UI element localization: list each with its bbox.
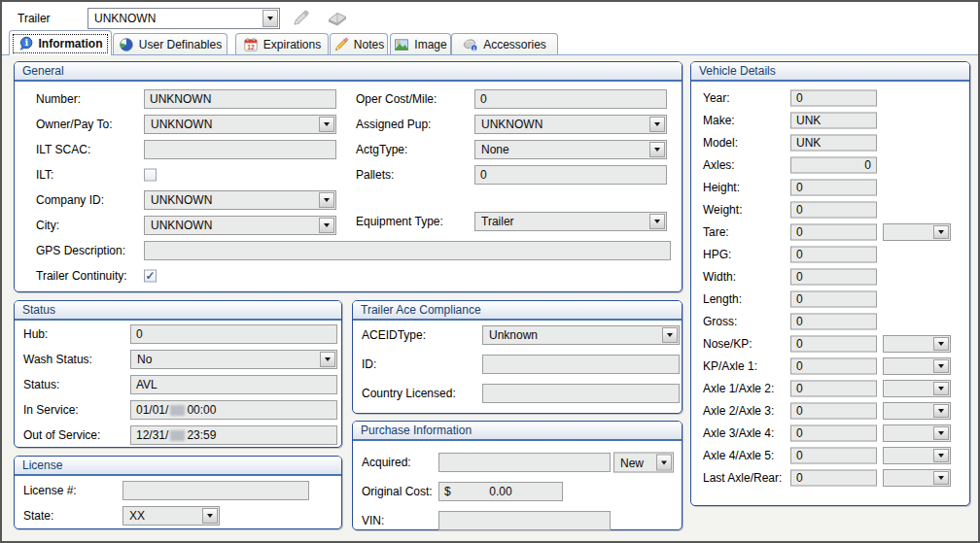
trailer-window: Trailer UNKNOWN iInformationUser Definab… [0, 0, 980, 543]
country-licensed-field[interactable] [482, 384, 680, 403]
tab-accessories[interactable]: iAccessories [451, 33, 558, 54]
equipment-type-combobox[interactable]: Trailer [474, 212, 667, 231]
out-of-service-field[interactable]: 12/31/ 23:59 [130, 425, 337, 445]
equipment-type-dropdown-button[interactable] [649, 214, 665, 229]
original-cost-field[interactable]: $0.00 [438, 482, 563, 501]
nose-kp-unit-dropdown-button[interactable] [933, 337, 949, 351]
length-value: 0 [796, 292, 803, 306]
pallets-field[interactable]: 0 [474, 165, 667, 185]
trailer-combobox[interactable]: UNKNOWN [88, 8, 280, 29]
tab-image[interactable]: Image [390, 33, 451, 54]
axle-3-axle-4-unit-dropdown-button[interactable] [933, 426, 949, 440]
axle-2-axle-3-unit-combobox[interactable] [883, 402, 951, 420]
axle-2-axle-3-unit-dropdown-button[interactable] [933, 404, 949, 418]
actg-type-dropdown-button[interactable] [649, 142, 665, 157]
oper-cost-mile-value: 0 [480, 92, 487, 106]
ace-id-type-row: ACEIDType:Unknown [353, 321, 682, 350]
make-field[interactable]: UNK [790, 112, 877, 128]
in-service-field[interactable]: 01/01/ 00:00 [130, 400, 337, 420]
tab-notes[interactable]: Notes [330, 33, 388, 54]
out-of-service-value: 12/31/ [136, 428, 168, 442]
license-number-field[interactable] [122, 481, 309, 500]
assigned-pup-dropdown-button[interactable] [649, 117, 665, 132]
equipment-type-label: Equipment Type: [356, 215, 443, 228]
axle-1-axle-2-value: 0 [796, 382, 803, 395]
axle-1-axle-2-unit-dropdown-button[interactable] [933, 382, 949, 395]
tare-unit-combobox[interactable] [883, 223, 951, 241]
group-trailer-ace-compliance: Trailer Ace Compliance ACEIDType:Unknown… [352, 300, 682, 414]
axle-2-axle-3-value: 0 [796, 404, 803, 418]
axle-3-axle-4-value: 0 [796, 426, 803, 440]
axle-4-axle-5-value: 0 [796, 449, 803, 462]
state-label: State: [23, 509, 53, 523]
kp-axle-1-field[interactable]: 0 [790, 357, 877, 374]
assigned-pup-combobox[interactable]: UNKNOWN [474, 115, 667, 134]
tab-information[interactable]: iInformation [9, 30, 112, 55]
axles-value: 0 [864, 158, 871, 172]
actg-type-combobox[interactable]: None [474, 140, 667, 159]
state-dropdown-button[interactable] [202, 508, 218, 524]
nose-kp-field[interactable]: 0 [790, 335, 877, 352]
tare-unit-dropdown-button[interactable] [933, 225, 949, 239]
tab-user-definables[interactable]: User Definables [113, 33, 228, 54]
axles-field[interactable]: 0 [790, 156, 877, 173]
oper-cost-mile-row: Oper Cost/Mile:0 [15, 86, 682, 112]
kp-axle-1-unit-dropdown-button[interactable] [933, 359, 949, 373]
status-row: Status:AVL [15, 372, 341, 397]
calendar-icon: 12 [243, 37, 259, 52]
axle-1-axle-2-unit-combobox[interactable] [883, 380, 951, 397]
last-axle-rear-label: Last Axle/Rear: [703, 471, 782, 485]
hub-field[interactable]: 0 [130, 324, 337, 344]
weight-field[interactable]: 0 [790, 201, 877, 218]
height-field[interactable]: 0 [790, 179, 877, 195]
last-axle-rear-unit-combobox[interactable] [883, 469, 951, 487]
nose-kp-unit-combobox[interactable] [883, 335, 951, 353]
wash-status-combobox-value: No [137, 353, 152, 366]
acquired-unit-combobox[interactable]: New [613, 453, 674, 473]
tare-field[interactable]: 0 [790, 223, 877, 240]
acquired-field[interactable] [438, 453, 611, 472]
tab-expirations[interactable]: 12Expirations [235, 33, 329, 54]
weight-row: Weight:0 [691, 198, 969, 221]
ace-id-field[interactable] [482, 355, 680, 374]
axle-1-axle-2-field[interactable]: 0 [790, 380, 877, 396]
trailer-dropdown-button[interactable] [262, 10, 278, 27]
axle-4-axle-5-unit-dropdown-button[interactable] [933, 449, 949, 462]
ace-id-label: ID: [362, 357, 376, 371]
notebook-icon[interactable] [325, 9, 350, 28]
width-value: 0 [796, 270, 803, 284]
oper-cost-mile-field[interactable]: 0 [474, 89, 667, 109]
ace-id-type-combobox[interactable]: Unknown [482, 325, 680, 345]
axle-3-axle-4-field[interactable]: 0 [790, 424, 877, 441]
axle-4-axle-5-unit-combobox[interactable] [883, 447, 951, 464]
length-label: Length: [703, 292, 742, 306]
nose-kp-label: Nose/KP: [703, 337, 752, 351]
axle-4-axle-5-field[interactable]: 0 [790, 447, 877, 463]
last-axle-rear-unit-dropdown-button[interactable] [933, 471, 949, 485]
tab-label: User Definables [139, 38, 222, 51]
year-row: Year:0 [691, 86, 969, 109]
last-axle-rear-field[interactable]: 0 [790, 469, 877, 486]
state-combobox[interactable]: XX [122, 506, 220, 526]
wash-status-combobox[interactable]: No [130, 350, 337, 369]
wash-status-dropdown-button[interactable] [320, 352, 335, 367]
group-purchase-information: Purchase Information Acquired:NewOrigina… [352, 421, 682, 530]
oper-cost-mile-label: Oper Cost/Mile: [356, 92, 437, 106]
axle-3-axle-4-unit-combobox[interactable] [883, 424, 951, 442]
original-cost-label: Original Cost: [362, 485, 433, 498]
axles-label: Axles: [703, 158, 735, 172]
acquired-unit-dropdown-button[interactable] [656, 455, 672, 471]
edit-pencil-icon[interactable] [290, 9, 315, 28]
status-field[interactable]: AVL [130, 375, 337, 394]
axle-2-axle-3-field[interactable]: 0 [790, 402, 877, 419]
model-field[interactable]: UNK [790, 134, 877, 151]
width-field[interactable]: 0 [790, 268, 877, 285]
year-field[interactable]: 0 [790, 89, 877, 106]
kp-axle-1-unit-combobox[interactable] [883, 357, 951, 375]
vin-field[interactable] [438, 511, 611, 530]
tab-label: Accessories [483, 38, 546, 51]
hpg-field[interactable]: 0 [790, 246, 877, 262]
ace-id-type-dropdown-button[interactable] [662, 327, 678, 343]
length-field[interactable]: 0 [790, 290, 877, 307]
gross-field[interactable]: 0 [790, 313, 877, 329]
